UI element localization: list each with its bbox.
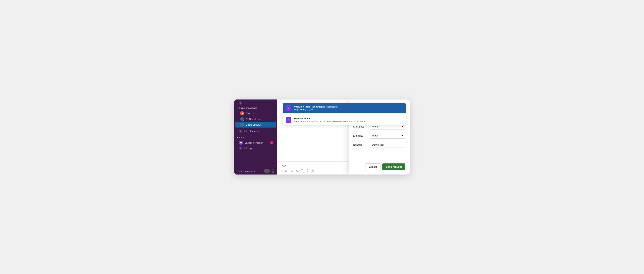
vt-icon: N [239, 141, 243, 145]
plus-icon: + [239, 102, 242, 105]
end-date-value: Today [372, 134, 378, 137]
sidebar-item-slackbot[interactable]: S Slackbot [236, 110, 276, 116]
cancel-button[interactable]: Cancel [365, 163, 381, 170]
start-date-label: Start date [353, 125, 368, 128]
vt-name: Vacation Tracker [245, 141, 262, 144]
toolbar-video[interactable] [301, 169, 304, 172]
vacation-cmd-desc: Request day off, etc. [294, 108, 403, 111]
vacation-cmd-title-row: /vacation [help] [command] Command [294, 105, 403, 108]
apps-label: Apps [239, 136, 245, 139]
shortcut-desc: Shortcut ● Vacation Tracker Opens a leav… [294, 120, 403, 123]
decio-avatar-wrapper: 👤 [240, 123, 244, 127]
toggle-area: 🎧 [264, 169, 275, 173]
add-apps-label: Add apps [244, 147, 254, 149]
slackbot-avatar-wrapper: S [240, 111, 244, 115]
send-request-button[interactable]: Send request [382, 163, 405, 170]
shortcut-title: Request leave [294, 117, 310, 120]
shortcut-icon: N [288, 119, 290, 122]
shortcut-tag2: Vacation Tracker [305, 120, 322, 123]
dm-label: Direct messages [239, 107, 257, 109]
apps-section: ▾ Apps N Vacation Tracker 1 + Add apps [234, 135, 277, 150]
form-row-end-date: End date Today ▾ [353, 133, 405, 138]
start-date-value: Today [372, 125, 378, 128]
add-apps[interactable]: + Add apps [234, 145, 277, 150]
start-date-chevron: ▾ [402, 125, 403, 128]
sidebar-top: + ▾ Direct messages S Slackbot 👤 [234, 100, 277, 167]
sidebar: + ▾ Direct messages S Slackbot 👤 [234, 100, 277, 174]
add-channels-top[interactable]: + [234, 101, 277, 106]
modal-footer: Cancel Send request [353, 163, 405, 170]
shortcut-icon-wrap: N [286, 117, 292, 123]
user-chevron: ▾ [254, 169, 255, 172]
sidebar-item-decio[interactable]: 👤 Decio Emanuel [236, 122, 276, 128]
vacation-cmd-text: /vacation [help] [command] Command Reque… [294, 105, 403, 111]
command-item-vacation[interactable]: N /vacation [help] [command] Command Req… [283, 103, 406, 113]
end-date-chevron: ▾ [402, 135, 403, 137]
apps-header[interactable]: ▾ Apps [234, 135, 277, 140]
svg-rect-1 [307, 169, 308, 171]
toolbar-plus[interactable]: + [281, 169, 282, 172]
apps-chevron: ▾ [237, 137, 238, 138]
plus-icon-apps: + [239, 146, 242, 150]
decio-avatar: 👤 [240, 123, 244, 127]
slackbot-name: Slackbot [246, 112, 255, 115]
direct-messages-header[interactable]: ▾ Direct messages [234, 106, 277, 110]
plus-icon-mid: + [239, 130, 242, 133]
reason-input[interactable] [370, 142, 405, 148]
toolbar-mention[interactable]: @ [296, 169, 298, 172]
dm-chevron: ▾ [237, 107, 238, 109]
sidebar-item-ali[interactable]: 👤 Ali Sarraf you [236, 116, 276, 122]
add-channels-mid-label: Add channels [244, 130, 259, 133]
vt-badge: 1 [270, 141, 273, 144]
command-dropdown: N /vacation [help] [command] Command Req… [283, 103, 406, 125]
toolbar-slash[interactable]: / [311, 169, 314, 173]
vacation-cmd-icon-wrap: N [286, 105, 292, 111]
app-container: + ▾ Direct messages S Slackbot 👤 [234, 100, 410, 174]
sidebar-user-name[interactable]: Decio Emanuel ▾ [237, 169, 255, 172]
headphone-icon[interactable]: 🎧 [271, 169, 275, 173]
shortcut-bullet: ● [303, 121, 304, 123]
you-badge: you [258, 118, 261, 120]
decio-name: Decio Emanuel [246, 124, 262, 126]
shortcut-text: Request leave Shortcut ● Vacation Tracke… [294, 117, 403, 123]
shortcut-title-row: Request leave [294, 117, 403, 120]
reason-label: Reason [353, 143, 368, 146]
status-toggle[interactable] [264, 169, 270, 173]
svg-rect-0 [301, 170, 303, 172]
toolbar-mic[interactable] [306, 169, 309, 173]
ali-status-dot [242, 120, 244, 121]
toolbar-emoji[interactable]: ☺ [291, 169, 294, 172]
ali-avatar-wrapper: 👤 [240, 117, 244, 121]
vacation-cmd-icon: N [288, 107, 290, 110]
shortcut-item-request-leave[interactable]: N Request leave Shortcut ● Vacation Trac… [283, 115, 406, 125]
shortcut-tag1: Shortcut [294, 120, 302, 123]
vacation-cmd-tag: Command [326, 106, 338, 108]
ali-name: Ali Sarraf [246, 118, 256, 120]
main-chat-area: N /vacation [help] [command] Command Req… [277, 100, 410, 174]
end-date-select[interactable]: Today ▾ [370, 133, 405, 138]
vacation-cmd-title: /vacation [help] [command] [294, 105, 325, 108]
end-date-label: End date [353, 134, 368, 137]
slackbot-avatar: S [240, 111, 244, 115]
shortcut-full-desc: Opens a leave request form that allows y… [324, 120, 367, 123]
sidebar-bottom: Decio Emanuel ▾ 🎧 [234, 167, 277, 174]
add-channels-mid[interactable]: + Add channels [234, 129, 277, 134]
form-row-reason: Reason [353, 142, 405, 148]
sidebar-item-vacation-tracker[interactable]: N Vacation Tracker 1 [234, 140, 277, 145]
toolbar-font[interactable]: Aa [285, 169, 288, 172]
